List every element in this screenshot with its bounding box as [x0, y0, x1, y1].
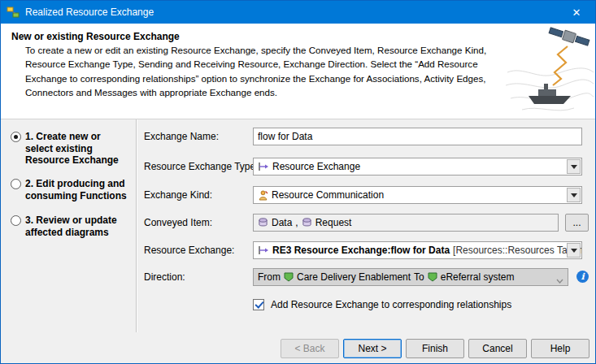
help-button[interactable]: Help — [531, 339, 589, 358]
resource-communication-icon — [258, 190, 268, 201]
direction-to-value: eReferral system — [441, 271, 515, 283]
step-1-create-or-select[interactable]: 1. Create new or select existing Resourc… — [1, 131, 136, 167]
conveyed-item-separator: , — [295, 217, 298, 228]
resource-exchange-type-value: Resource Exchange — [272, 161, 360, 172]
wizard-heading: New or existing Resource Exchange — [11, 31, 180, 42]
step-label: 1. Create new or select existing Resourc… — [25, 131, 131, 167]
satellite-ship-illustration — [506, 24, 594, 118]
resource-exchange-icon — [258, 162, 269, 171]
exchange-kind-label: Exchange Kind: — [144, 189, 212, 201]
close-button[interactable]: ✕ — [558, 1, 595, 24]
step-2-edit-functions[interactable]: 2. Edit producing and consuming Function… — [1, 178, 136, 202]
resource-exchange-icon — [258, 245, 269, 255]
conveyed-item-browse-button[interactable]: ... — [565, 214, 589, 232]
chevron-down-icon — [556, 275, 563, 286]
conveyed-item-label: Conveyed Item: — [144, 217, 212, 228]
exchange-kind-combo[interactable]: Resource Communication — [253, 186, 582, 204]
finish-button[interactable]: Finish — [406, 339, 464, 358]
conveyed-item-icon — [302, 218, 312, 228]
chevron-down-icon[interactable] — [567, 188, 581, 202]
exchange-kind-value: Resource Communication — [272, 189, 384, 201]
conveyed-item-value-1: Data — [272, 217, 292, 228]
conveyed-item-icon — [258, 218, 268, 228]
chevron-down-icon[interactable] — [567, 243, 581, 258]
wizard-steps: 1. Create new or select existing Resourc… — [1, 119, 136, 332]
cancel-button[interactable]: Cancel — [468, 339, 527, 358]
close-icon: ✕ — [572, 6, 581, 19]
resource-exchange-label: Resource Exchange: — [144, 245, 234, 256]
info-icon[interactable]: i — [576, 271, 589, 283]
back-button[interactable]: < Back — [281, 339, 339, 358]
resource-exchange-type-combo[interactable]: Resource Exchange — [253, 158, 582, 176]
exchange-name-label: Exchange Name: — [144, 131, 219, 142]
radio-icon — [11, 215, 21, 226]
dialog-icon — [7, 6, 20, 19]
title-bar: Realized Resource Exchange ✕ — [1, 1, 595, 24]
resource-performer-icon — [284, 272, 294, 282]
direction-to-word: To — [414, 271, 424, 283]
next-button[interactable]: Next > — [343, 339, 402, 358]
resource-exchange-type-label: Resource Exchange Type: — [144, 161, 259, 172]
conveyed-item-value-2: Request — [315, 217, 352, 228]
resource-exchange-combo[interactable]: RE3 Resource Exchange:flow for Data[Reso… — [253, 241, 582, 259]
wizard-header: New or existing Resource Exchange To cre… — [1, 24, 595, 119]
direction-label: Direction: — [144, 271, 185, 283]
resource-performer-icon — [428, 272, 437, 282]
radio-icon — [11, 132, 21, 142]
add-relationships-checkbox[interactable] — [253, 299, 264, 310]
wizard-description: To create a new or edit an existing Reso… — [25, 43, 503, 100]
direction-from-value: Care Delivery Enablement — [297, 271, 411, 283]
step-3-review-diagrams[interactable]: 3. Review or update affected diagrams — [1, 214, 136, 238]
resource-exchange-value-path: [Resources::Resources Taxonom... — [453, 245, 582, 256]
add-relationships-label: Add Resource Exchange to corresponding r… — [271, 299, 511, 310]
step-label: 2. Edit producing and consuming Function… — [25, 178, 131, 202]
exchange-name-input[interactable] — [253, 128, 582, 145]
conveyed-item-field[interactable]: Data , Request — [253, 214, 559, 232]
step-label: 3. Review or update affected diagrams — [25, 214, 131, 238]
add-relationships-row[interactable]: Add Resource Exchange to corresponding r… — [144, 299, 589, 312]
direction-field[interactable]: From Care Delivery Enablement To eReferr… — [253, 268, 568, 286]
direction-from-word: From — [258, 271, 281, 283]
resource-exchange-value-name: RE3 Resource Exchange:flow for Data — [272, 245, 450, 256]
chevron-down-icon[interactable] — [567, 159, 581, 174]
dialog-buttons: < Back Next > Finish Cancel Help — [281, 339, 589, 358]
panel-divider — [136, 119, 137, 332]
window-title: Realized Resource Exchange — [25, 6, 154, 18]
realized-resource-exchange-dialog: Realized Resource Exchange ✕ New or exis… — [0, 0, 596, 364]
radio-icon — [11, 179, 21, 189]
